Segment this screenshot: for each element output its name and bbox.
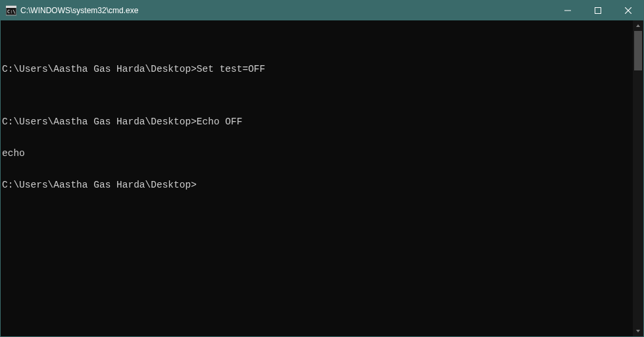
svg-rect-1 [6,6,16,8]
svg-rect-4 [595,8,601,14]
window-title: C:\WINDOWS\system32\cmd.exe [20,6,138,15]
scroll-up-arrow-icon[interactable] [633,20,643,31]
vertical-scrollbar[interactable] [633,20,643,336]
maximize-button[interactable] [583,1,613,20]
close-button[interactable] [613,1,643,20]
terminal-line: C:\Users\Aastha Gas Harda\Desktop>Set te… [2,64,630,74]
cmd-window: C:\ C:\WINDOWS\system32\cmd.exe C:\Users… [0,0,644,337]
terminal-output[interactable]: C:\Users\Aastha Gas Harda\Desktop>Set te… [1,20,633,336]
cmd-icon: C:\ [6,5,16,16]
minimize-button[interactable] [553,1,583,20]
window-controls [553,1,643,20]
terminal-line: C:\Users\Aastha Gas Harda\Desktop>Echo O… [2,117,630,127]
svg-text:C:\: C:\ [7,9,16,14]
scroll-down-arrow-icon[interactable] [633,326,643,336]
terminal-line: C:\Users\Aastha Gas Harda\Desktop> [2,180,630,190]
scroll-track[interactable] [633,31,643,326]
terminal-line: echo [2,148,630,159]
scroll-thumb[interactable] [634,31,642,70]
titlebar[interactable]: C:\ C:\WINDOWS\system32\cmd.exe [1,1,643,20]
content-area: C:\Users\Aastha Gas Harda\Desktop>Set te… [1,20,643,336]
